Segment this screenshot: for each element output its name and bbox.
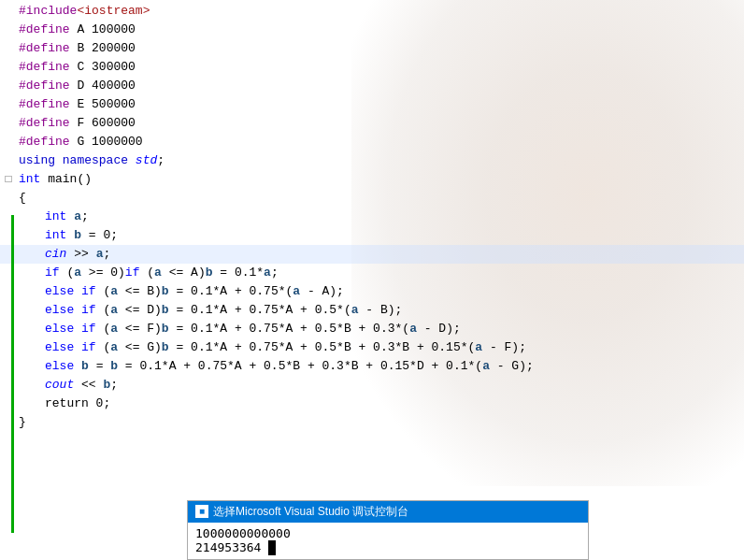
collapse-icon[interactable]: □ xyxy=(5,173,11,186)
token: F 600000 xyxy=(77,116,135,130)
token: a xyxy=(74,209,81,223)
token: = xyxy=(89,359,110,373)
token: - A); xyxy=(300,284,344,298)
token: C 300000 xyxy=(77,60,135,74)
token: int xyxy=(45,209,74,223)
token: using xyxy=(19,153,63,167)
token: if xyxy=(81,322,103,336)
token: #define xyxy=(19,135,77,149)
console-icon: ■ xyxy=(195,505,208,518)
token: #include xyxy=(19,4,77,18)
token: a xyxy=(475,340,482,354)
console-line-1: 1000000000000 xyxy=(195,526,580,540)
code-line: else if (a <= G)b = 0.1*A + 0.75*A + 0.5… xyxy=(0,338,744,357)
code-line: int b = 0; xyxy=(0,226,744,245)
code-line: #define A 100000 xyxy=(0,21,744,39)
token: G 1000000 xyxy=(77,135,142,149)
line-content: else if (a <= F)b = 0.1*A + 0.75*A + 0.5… xyxy=(17,320,744,338)
token: int xyxy=(45,228,74,242)
token: ; xyxy=(157,153,165,167)
token: = 0.1*A + 0.75*A + 0.5*B + 0.3*B + 0.15*… xyxy=(169,340,476,354)
line-content: #define A 100000 xyxy=(17,21,744,39)
token: main xyxy=(48,172,77,186)
code-line: #define C 300000 xyxy=(0,58,744,77)
token: ; xyxy=(271,266,279,280)
line-content: } xyxy=(17,413,744,432)
token: int xyxy=(19,172,48,186)
token: <= G) xyxy=(118,340,162,354)
code-line: cin >> a; xyxy=(0,245,744,264)
code-line: #define G 1000000 xyxy=(0,133,744,151)
code-line: □int main() xyxy=(0,170,744,189)
editor-container: #include<iostream>#define A 100000#defin… xyxy=(0,0,744,560)
code-line: #define D 400000 xyxy=(0,77,744,95)
code-line: #include<iostream> xyxy=(0,2,744,21)
token: ( xyxy=(147,266,154,280)
token: A 100000 xyxy=(77,22,135,36)
token: a xyxy=(110,340,118,354)
token: std xyxy=(136,153,157,167)
token: = 0.1*A + 0.75*A + 0.5*B + 0.3*( xyxy=(169,322,409,336)
token: if xyxy=(125,266,147,280)
console-panel[interactable]: ■ 选择Microsoft Visual Studio 调试控制台 100000… xyxy=(187,500,589,561)
code-line: else b = b = 0.1*A + 0.75*A + 0.5*B + 0.… xyxy=(0,357,744,376)
token: a xyxy=(409,322,417,336)
code-line: #define B 200000 xyxy=(0,39,744,58)
token: else xyxy=(45,340,81,354)
console-title: 选择Microsoft Visual Studio 调试控制台 xyxy=(213,504,408,520)
token: << xyxy=(81,378,103,392)
line-content: int a; xyxy=(17,208,744,226)
code-area: #include<iostream>#define A 100000#defin… xyxy=(0,0,744,560)
line-content: else if (a <= B)b = 0.1*A + 0.75*(a - A)… xyxy=(17,282,744,301)
console-line-2: 214953364 xyxy=(195,540,580,556)
token: a xyxy=(482,359,490,373)
line-content: else b = b = 0.1*A + 0.75*A + 0.5*B + 0.… xyxy=(17,357,744,376)
token: else xyxy=(45,359,81,373)
token: = 0.1*A + 0.75*A + 0.5*B + 0.3*B + 0.15*… xyxy=(118,359,482,373)
token: b xyxy=(81,359,89,373)
line-content: else if (a <= D)b = 0.1*A + 0.75*A + 0.5… xyxy=(17,301,744,320)
token: = 0.1* xyxy=(213,266,265,280)
token: <iostream> xyxy=(77,4,150,18)
token: else xyxy=(45,322,81,336)
token: = 0; xyxy=(81,228,118,242)
token: B 200000 xyxy=(77,41,135,55)
code-line: if (a >= 0)if (a <= A)b = 0.1*a; xyxy=(0,264,744,282)
line-content: #define D 400000 xyxy=(17,77,744,95)
token: - G); xyxy=(490,359,534,373)
code-line: else if (a <= B)b = 0.1*A + 0.75*(a - A)… xyxy=(0,282,744,301)
line-content: cin >> a; xyxy=(17,245,744,264)
token: <= D) xyxy=(118,303,162,317)
line-content: #include<iostream> xyxy=(17,2,744,21)
token: ; xyxy=(81,209,89,223)
token: - B); xyxy=(359,303,403,317)
line-content: if (a >= 0)if (a <= A)b = 0.1*a; xyxy=(17,264,744,282)
token: #define xyxy=(19,60,77,74)
code-line: cout << b; xyxy=(0,376,744,395)
token: a xyxy=(293,284,300,298)
code-line: int a; xyxy=(0,208,744,226)
token: #define xyxy=(19,116,77,130)
token: a xyxy=(351,303,359,317)
line-content: { xyxy=(17,189,744,208)
line-content: return 0; xyxy=(17,395,744,413)
code-line: return 0; xyxy=(0,395,744,413)
line-content: int b = 0; xyxy=(17,226,744,245)
token: b xyxy=(162,284,169,298)
console-body: 1000000000000 214953364 xyxy=(188,523,588,560)
cursor xyxy=(268,540,276,555)
token: = 0.1*A + 0.75*( xyxy=(169,284,293,298)
token: else xyxy=(45,284,81,298)
token: b xyxy=(162,303,169,317)
line-content: #define G 1000000 xyxy=(17,133,744,151)
token: if xyxy=(45,266,66,280)
code-line: else if (a <= F)b = 0.1*A + 0.75*A + 0.5… xyxy=(0,320,744,338)
token: #define xyxy=(19,41,77,55)
token: else xyxy=(45,303,81,317)
token: = 0.1*A + 0.75*A + 0.5*( xyxy=(169,303,351,317)
token: cout xyxy=(45,378,81,392)
line-content: cout << b; xyxy=(17,376,744,395)
token: if xyxy=(81,303,103,317)
token: >= 0) xyxy=(81,266,125,280)
token: a xyxy=(110,322,118,336)
